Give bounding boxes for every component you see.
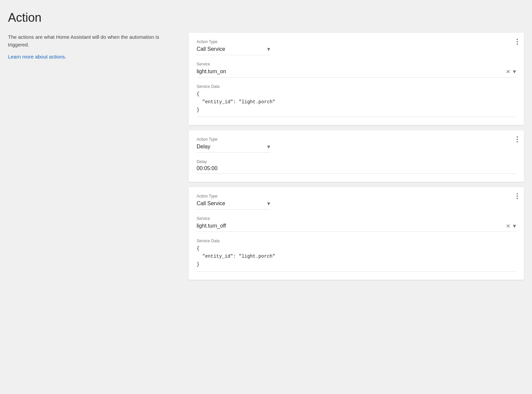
service-field-3[interactable]: light.turn_off✕▾	[197, 222, 516, 232]
three-dots-icon	[517, 193, 518, 199]
service-icons-3: ✕▾	[506, 222, 516, 230]
action-type-group-2: Action TypeDelay▾	[197, 137, 516, 153]
delay-label-2: Delay	[197, 159, 516, 164]
three-dots-icon	[517, 136, 518, 142]
service-data-label-1: Service Data	[197, 84, 516, 89]
actions-area: Action TypeCall Service▾Servicelight.tur…	[189, 33, 524, 280]
card-menu-button-1[interactable]	[515, 37, 519, 46]
service-value-3: light.turn_off	[197, 223, 506, 229]
service-data-code-1: { "entity_id": "light.porch" }	[197, 90, 516, 114]
service-label-1: Service	[197, 62, 516, 67]
delay-value-2[interactable]: 00:05:00	[197, 165, 516, 174]
service-data-field-3: { "entity_id": "light.porch" }	[197, 245, 516, 271]
action-type-group-1: Action TypeCall Service▾	[197, 39, 516, 55]
action-type-label-3: Action Type	[197, 194, 516, 199]
action-card-3: Action TypeCall Service▾Servicelight.tur…	[189, 187, 524, 279]
page-description: The actions are what Home Assistant will…	[8, 33, 169, 48]
service-label-3: Service	[197, 216, 516, 221]
action-type-dropdown-1[interactable]: Call Service▾	[197, 45, 270, 55]
action-type-value-2: Delay	[197, 144, 264, 150]
service-data-field-1: { "entity_id": "light.porch" }	[197, 90, 516, 117]
service-data-code-3: { "entity_id": "light.porch" }	[197, 245, 516, 268]
three-dots-icon	[517, 39, 518, 45]
service-data-group-3: Service Data{ "entity_id": "light.porch"…	[197, 239, 516, 271]
service-data-group-1: Service Data{ "entity_id": "light.porch"…	[197, 84, 516, 117]
service-value-1: light.turn_on	[197, 69, 506, 75]
service-arrow-icon-1: ▾	[513, 68, 516, 75]
service-data-label-3: Service Data	[197, 239, 516, 243]
action-type-value-3: Call Service	[197, 201, 264, 207]
left-panel: The actions are what Home Assistant will…	[8, 33, 169, 60]
card-menu-button-3[interactable]	[515, 192, 519, 201]
action-type-value-1: Call Service	[197, 46, 264, 52]
service-group-3: Servicelight.turn_off✕▾	[197, 216, 516, 232]
action-card-2: Action TypeDelay▾Delay00:05:00	[189, 130, 524, 182]
service-clear-icon-3[interactable]: ✕	[506, 223, 510, 229]
action-type-arrow-icon-1: ▾	[267, 45, 270, 53]
card-menu-button-2[interactable]	[515, 135, 519, 144]
page-title: Action	[8, 11, 524, 25]
service-clear-icon-1[interactable]: ✕	[506, 69, 510, 75]
action-type-label-2: Action Type	[197, 137, 516, 142]
action-type-dropdown-2[interactable]: Delay▾	[197, 143, 270, 153]
service-group-1: Servicelight.turn_on✕▾	[197, 62, 516, 78]
action-type-label-1: Action Type	[197, 39, 516, 44]
action-type-group-3: Action TypeCall Service▾	[197, 194, 516, 210]
action-type-arrow-icon-2: ▾	[267, 143, 270, 150]
action-type-dropdown-3[interactable]: Call Service▾	[197, 200, 270, 210]
learn-more-link[interactable]: Learn more about actions.	[8, 54, 66, 59]
delay-group-2: Delay00:05:00	[197, 159, 516, 174]
service-arrow-icon-3: ▾	[513, 222, 516, 230]
service-icons-1: ✕▾	[506, 68, 516, 75]
action-type-arrow-icon-3: ▾	[267, 200, 270, 207]
service-field-1[interactable]: light.turn_on✕▾	[197, 68, 516, 78]
action-card-1: Action TypeCall Service▾Servicelight.tur…	[189, 33, 524, 125]
